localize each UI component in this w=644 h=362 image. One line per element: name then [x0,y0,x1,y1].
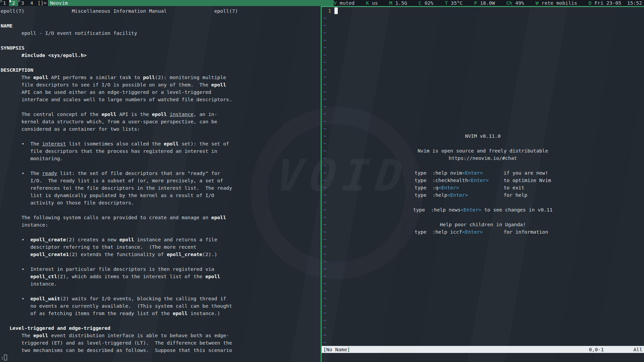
man-line [1,59,320,66]
status-C: C02% [419,0,433,6]
man-line: • Interest in particular file descriptor… [1,265,320,273]
nvim-intro-line: type :help nvim<Enter> if you are new! [322,169,644,177]
tilde-empty-line: ~ [323,339,326,346]
man-line: monitoring. [1,155,320,162]
tag-3[interactable]: 3 [18,0,27,6]
man-line: instance: [1,221,320,229]
man-line: list is dynamically populated by the ker… [1,192,320,199]
tilde-empty-line: ~ [323,236,326,243]
man-line [1,133,320,140]
tilde-empty-line: ~ [323,243,326,250]
block-cursor [334,7,338,14]
tilde-empty-line: ~ [323,258,326,265]
man-line: SYNOPSIS [1,44,320,52]
tilde-empty-line: ~ [323,14,326,22]
nvim-window-border-top [321,6,644,7]
man-line [1,206,320,214]
man-line: descriptor referring to that instance. (… [1,243,320,251]
man-line: instance. [1,280,320,288]
man-line: • epoll_wait(2) waits for I/O events, bl… [1,295,320,302]
line-number: 1 [325,7,331,14]
tilde-empty-line: ~ [323,324,326,331]
top-bar: 1234 []= Neovim VmutedKusM1.5GC02%T35°CP… [0,0,644,6]
nvim-intro-line: https://neovim.io/#chat [322,155,644,162]
man-line: The epoll event distribution interface i… [1,332,320,339]
man-line [1,103,320,111]
nvim-intro-line: type :help iccf<Enter> for information [322,228,644,236]
man-line: file descriptors that the process has re… [1,147,320,155]
tilde-empty-line: ~ [323,103,326,110]
tilde-empty-line: ~ [323,96,326,103]
man-line: epoll(7) Miscellaneous Information Manua… [1,7,320,15]
nvim-intro-line: NVIM v0.11.0 [322,132,644,140]
tag-4[interactable]: 4 [27,0,36,6]
man-line: The epoll API performs a similar task to… [1,74,320,81]
tilde-empty-line: ~ [323,199,326,206]
man-line: The central concept of the epoll API is … [1,111,320,118]
nvim-window-border-left [321,6,322,362]
pager-prompt-row: : [1,354,7,361]
man-line [1,15,320,22]
tilde-empty-line: ~ [323,295,326,302]
status-P: P18.0W [474,0,495,6]
man-line: two mechanisms can be described as follo… [1,347,320,354]
tag-list: 1234 [0,0,36,6]
man-line: NAME [1,22,320,29]
statusline-scroll: All [633,346,642,353]
pager-prompt: : [1,354,4,361]
nvim-intro-line: type :q<Enter> to exit [322,184,644,191]
tilde-empty-line: ~ [323,331,326,339]
tilde-empty-line: ~ [323,66,326,73]
tilde-empty-line: ~ [323,273,326,280]
man-line: I/O. The ready list is a subset of (or, … [1,177,320,184]
status-bar: VmutedKusM1.5GC02%T35°CP18.0WCh49%Wrete … [334,0,644,6]
man-line [1,162,320,170]
layout-symbol[interactable]: []= [36,0,48,6]
nvim-intro-line: type :help news<Enter> to see changes in… [322,206,644,214]
tag-1[interactable]: 1 [0,0,9,6]
tag-indicator-square-icon [18,0,20,2]
man-line [1,229,320,236]
tilde-empty-line: ~ [323,265,326,273]
focused-window-title: Neovim [48,0,334,6]
tilde-empty-line: ~ [323,309,326,317]
tilde-empty-line: ~ [323,51,326,59]
status-T: T35°C [445,0,463,6]
status-W: Wrete mobilis [536,0,577,6]
status-K: Kus [366,0,378,6]
man-line: references to) the file descriptors in t… [1,184,320,192]
screen: VOID 1234 []= Neovim VmutedKusM1.5GC02%T… [0,0,644,362]
man-line [1,258,320,265]
man-line: • The interest list (sometimes also call… [1,140,320,147]
tilde-empty-line: ~ [323,44,326,51]
nvim-intro-line: Nvim is open source and freely distribut… [322,147,644,155]
man-line [1,37,320,44]
man-line: epoll_ctl(2), which adds items to the in… [1,273,320,280]
tag-indicator-square-icon [9,0,11,2]
man-line: epoll - I/O event notification facility [1,29,320,37]
man-line: file descriptors to see if I/O is possib… [1,81,320,88]
tilde-empty-line: ~ [323,81,326,88]
man-line: considered as a container for two lists: [1,125,320,133]
tilde-empty-line: ~ [323,287,326,295]
tilde-empty-line: ~ [323,29,326,37]
tilde-empty-line: ~ [323,22,326,29]
man-line: API can be used either as an edge-trigge… [1,88,320,96]
nvim-statusline: [No Name] 0,0-1 All [322,346,644,353]
man-line [1,288,320,295]
statusline-filename: [No Name] [323,346,350,353]
tilde-empty-line: ~ [323,125,326,132]
man-line [1,317,320,324]
tilde-empty-line: ~ [323,214,326,221]
man-line: • epoll_create(2) creates a new epoll in… [1,236,320,243]
status-Ch: Ch49% [506,0,524,6]
man-page-terminal[interactable]: epoll(7) Miscellaneous Information Manua… [1,7,320,354]
tilde-empty-line: ~ [323,37,326,44]
man-line: no events are currently available. (This… [1,302,320,310]
status-M: M1.5G [389,0,407,6]
neovim-window[interactable]: 1 ~~~~~~~~~~~~~~~~~~~~~~~~~~~~~~~~~~~~~~… [322,7,644,362]
tag-2[interactable]: 2 [9,0,18,6]
tilde-empty-line: ~ [323,88,326,96]
man-line: of as fetching items from the ready list… [1,310,320,317]
man-line: The following system calls are provided … [1,214,320,221]
